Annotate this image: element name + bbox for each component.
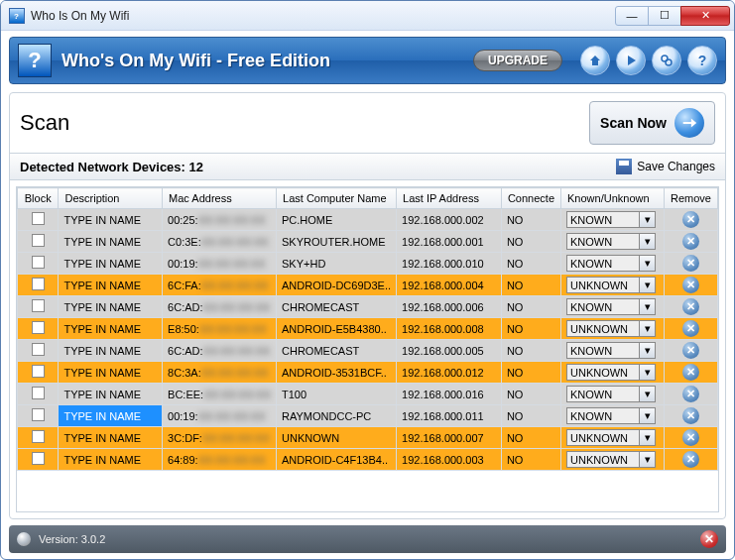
col-connected[interactable]: Connecte: [501, 188, 560, 209]
remove-button[interactable]: ✕: [682, 429, 699, 446]
app-header: ? Who's On My Wifi - Free Edition UPGRAD…: [9, 37, 726, 84]
table-row[interactable]: TYPE IN NAME6C:AD:XX:XX:XX:XXCHROMECAST1…: [18, 340, 718, 362]
save-changes-button[interactable]: Save Changes: [616, 159, 715, 174]
table-row[interactable]: TYPE IN NAMEE8:50:XX:XX:XX:XXANDROID-E5B…: [18, 318, 718, 340]
table-row[interactable]: TYPE IN NAME3C:DF:XX:XX:XX:XXUNKNOWN192.…: [18, 427, 718, 449]
col-remove[interactable]: Remove: [665, 188, 718, 209]
table-row[interactable]: TYPE IN NAMEBC:EE:XX:XX:XX:XXT100192.168…: [18, 384, 718, 405]
status-select[interactable]: KNOWN▾: [566, 233, 656, 250]
close-button[interactable]: ✕: [680, 6, 730, 26]
table-row[interactable]: TYPE IN NAME64:89:XX:XX:XX:XXANDROID-C4F…: [18, 449, 718, 471]
detected-label: Detected Network Devices: 12: [20, 160, 616, 174]
remove-button[interactable]: ✕: [682, 451, 699, 468]
col-computer[interactable]: Last Computer Name: [277, 188, 397, 209]
description-cell[interactable]: TYPE IN NAME: [59, 449, 163, 471]
status-select[interactable]: KNOWN▾: [566, 211, 656, 228]
content-panel: Scan Scan Now Detected Network Devices: …: [9, 92, 726, 519]
description-cell[interactable]: TYPE IN NAME: [59, 384, 163, 405]
block-checkbox[interactable]: [32, 256, 45, 269]
block-checkbox[interactable]: [32, 321, 45, 334]
mac-cell: 6C:AD:XX:XX:XX:XX: [163, 296, 277, 318]
block-checkbox[interactable]: [32, 430, 45, 443]
ip-cell: 192.168.000.016: [397, 384, 502, 405]
block-checkbox[interactable]: [32, 365, 45, 378]
connected-cell: NO: [501, 231, 560, 253]
chevron-down-icon: ▾: [639, 408, 655, 423]
maximize-button[interactable]: ☐: [648, 6, 681, 26]
remove-button[interactable]: ✕: [682, 298, 699, 315]
status-select[interactable]: UNKNOWN▾: [566, 429, 656, 446]
scan-bar: Scan Scan Now: [10, 93, 725, 154]
status-select[interactable]: UNKNOWN▾: [566, 320, 656, 337]
status-select[interactable]: KNOWN▾: [566, 386, 656, 402]
status-select[interactable]: UNKNOWN▾: [566, 277, 656, 293]
computer-cell: CHROMECAST: [277, 296, 397, 318]
description-cell[interactable]: TYPE IN NAME: [59, 427, 163, 449]
remove-button[interactable]: ✕: [682, 277, 699, 293]
col-mac[interactable]: Mac Address: [163, 188, 277, 209]
settings-icon[interactable]: [652, 46, 681, 75]
remove-button[interactable]: ✕: [682, 407, 699, 424]
table-row[interactable]: TYPE IN NAME8C:3A:XX:XX:XX:XXANDROID-353…: [18, 362, 718, 384]
description-cell[interactable]: TYPE IN NAME: [59, 296, 163, 318]
status-select[interactable]: KNOWN▾: [566, 342, 656, 359]
remove-button[interactable]: ✕: [682, 255, 699, 272]
description-cell[interactable]: TYPE IN NAME: [59, 318, 163, 340]
description-cell[interactable]: TYPE IN NAME: [59, 231, 163, 253]
help-icon[interactable]: ?: [687, 46, 717, 75]
description-cell[interactable]: TYPE IN NAME: [59, 362, 163, 384]
minimize-button[interactable]: —: [615, 6, 649, 26]
status-select[interactable]: KNOWN▾: [566, 298, 656, 315]
block-checkbox[interactable]: [32, 343, 45, 356]
upgrade-button[interactable]: UPGRADE: [473, 50, 562, 71]
block-checkbox[interactable]: [32, 212, 45, 225]
block-checkbox[interactable]: [32, 234, 45, 247]
chevron-down-icon: ▾: [639, 256, 655, 271]
remove-button[interactable]: ✕: [682, 386, 699, 402]
remove-button[interactable]: ✕: [682, 233, 699, 250]
block-checkbox[interactable]: [32, 387, 45, 399]
table-row[interactable]: TYPE IN NAME6C:AD:XX:XX:XX:XXCHROMECAST1…: [18, 296, 718, 318]
table-row[interactable]: TYPE IN NAME00:25:XX:XX:XX:XXPC.HOME192.…: [18, 209, 718, 231]
col-known[interactable]: Known/Unknown: [561, 188, 665, 209]
table-row[interactable]: TYPE IN NAME00:19:XX:XX:XX:XXRAYMONDCC-P…: [18, 405, 718, 427]
footer-close-button[interactable]: ✕: [700, 530, 718, 548]
computer-cell: ANDROID-C4F13B4..: [277, 449, 397, 471]
scan-now-button[interactable]: Scan Now: [589, 101, 715, 145]
block-checkbox[interactable]: [32, 278, 45, 290]
mac-cell: 3C:DF:XX:XX:XX:XX: [163, 427, 277, 449]
titlebar[interactable]: ? Who Is On My Wifi — ☐ ✕: [1, 1, 734, 31]
table-row[interactable]: TYPE IN NAME00:19:XX:XX:XX:XXSKY+HD192.1…: [18, 253, 718, 275]
home-icon[interactable]: [580, 46, 610, 75]
connected-cell: NO: [501, 362, 560, 384]
description-cell[interactable]: TYPE IN NAME: [59, 253, 163, 275]
description-cell[interactable]: TYPE IN NAME: [59, 275, 163, 296]
status-select[interactable]: KNOWN▾: [566, 255, 656, 272]
description-cell[interactable]: TYPE IN NAME: [59, 209, 163, 231]
status-cell: UNKNOWN▾: [561, 449, 665, 471]
status-select[interactable]: KNOWN▾: [566, 407, 656, 424]
status-select[interactable]: UNKNOWN▾: [566, 364, 656, 381]
remove-button[interactable]: ✕: [682, 342, 699, 359]
remove-button[interactable]: ✕: [682, 364, 699, 381]
description-cell[interactable]: TYPE IN NAME: [59, 405, 163, 427]
table-row[interactable]: TYPE IN NAME6C:FA:XX:XX:XX:XXANDROID-DC6…: [18, 275, 718, 296]
col-ip[interactable]: Last IP Address: [397, 188, 502, 209]
block-checkbox[interactable]: [32, 408, 45, 421]
app-logo-icon: ?: [18, 44, 52, 77]
remove-button[interactable]: ✕: [682, 320, 699, 337]
description-cell[interactable]: TYPE IN NAME: [59, 340, 163, 362]
status-cell: KNOWN▾: [561, 209, 665, 231]
connected-cell: NO: [501, 384, 560, 405]
ip-cell: 192.168.000.008: [397, 318, 502, 340]
col-description[interactable]: Description: [59, 188, 163, 209]
status-select[interactable]: UNKNOWN▾: [566, 451, 656, 468]
play-icon[interactable]: [616, 46, 646, 75]
remove-button[interactable]: ✕: [682, 211, 699, 228]
block-checkbox[interactable]: [32, 299, 45, 312]
app-title: Who's On My Wifi - Free Edition: [61, 51, 463, 71]
device-table-wrap[interactable]: Block Description Mac Address Last Compu…: [16, 186, 719, 512]
table-row[interactable]: TYPE IN NAMEC0:3E:XX:XX:XX:XXSKYROUTER.H…: [18, 231, 718, 253]
block-checkbox[interactable]: [32, 452, 45, 465]
col-block[interactable]: Block: [18, 188, 59, 209]
